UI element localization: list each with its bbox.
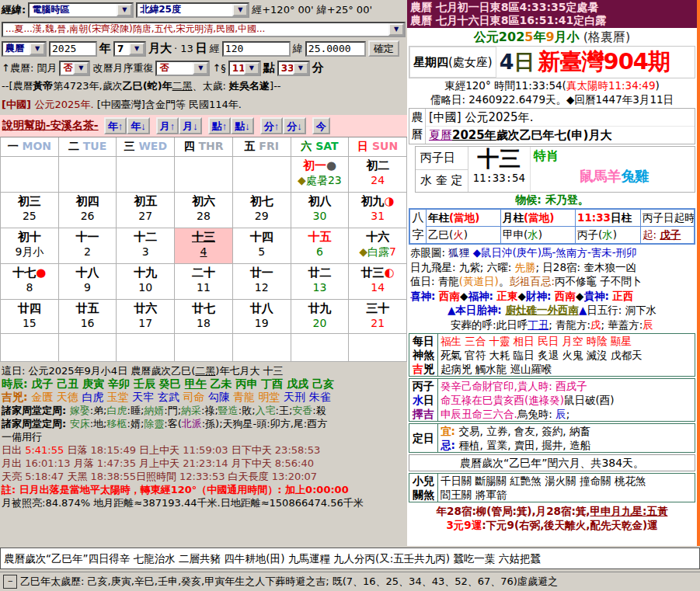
timezone-select[interactable]: 電腦時區 ▼: [28, 2, 134, 18]
chevron-down-icon[interactable]: ▼: [388, 23, 404, 36]
taishen-line: ▲本日胎神: 廚灶碓一外西南▲日五行: 洞下水: [407, 303, 697, 318]
calendar-cell[interactable]: [1, 333, 59, 361]
toolbar-button-4[interactable]: 點↑: [208, 117, 232, 134]
lunar-day-big: 十三: [477, 147, 521, 172]
longitude-label: 經: [210, 42, 220, 56]
zeji-box: 丙子水日擇吉 癸辛己命財官印,貴人時: 酉戌子命互祿在巳貴亥酉(進祿癸)鼠日破(…: [409, 378, 695, 422]
wuhou-line: 物候: 禾乃登。: [407, 193, 697, 207]
chevron-down-icon[interactable]: ▼: [232, 4, 248, 16]
calendar-cell[interactable]: [1, 156, 59, 192]
calendar-cell[interactable]: 十九10: [117, 263, 175, 299]
chevron-down-icon[interactable]: ▼: [129, 43, 145, 55]
gods-direction-line: 喜神: 西南◆福神: 正東◆財神: 西南◆貴神: 正西: [407, 289, 697, 304]
calendar-cell[interactable]: 十七●8: [1, 263, 59, 299]
chevron-down-icon[interactable]: ▼: [73, 62, 89, 75]
calendar-cell[interactable]: [291, 333, 350, 361]
toolbar-button-3[interactable]: 月↓: [179, 117, 202, 134]
calendar-cell[interactable]: 十六◆白露7: [349, 228, 407, 263]
leap-month-select[interactable]: 否 ▼: [59, 61, 90, 76]
calendar-cell[interactable]: 初三25: [1, 192, 59, 228]
calendar-cell[interactable]: [349, 333, 407, 361]
dingri-box: 定日 宜: 交易, 立券, 會友, 簽約, 納畜忌: 種植, 置業, 賣田, 掘…: [409, 423, 695, 453]
toolbar-button-2[interactable]: 月↑: [156, 117, 179, 134]
calendar-type-select[interactable]: 農曆 ▼: [2, 41, 47, 57]
longitude-input[interactable]: [222, 41, 291, 57]
date-row: 農曆 ▼ 年 7 ▼ 月大 · 13 日 經 緯 確定: [0, 39, 407, 58]
moon-distance-line: 月被照亮:84.874% 地月距離≈387193.44千米.日地距離≈15086…: [0, 496, 407, 509]
calendar-cell[interactable]: 初九◑31: [349, 192, 407, 228]
toolbar-button-7[interactable]: 分↓: [283, 117, 306, 134]
bazi-table: 八 字 年柱(當地) 月柱(當地) 11:33日柱 丙子日起時 乙巳(火) 甲申…: [409, 208, 695, 245]
month-select[interactable]: 7 ▼: [113, 41, 146, 57]
calendar-cell[interactable]: 十五6: [291, 228, 350, 263]
calendar-cell[interactable]: 十三4: [175, 228, 233, 263]
calendar-cell[interactable]: [175, 156, 233, 192]
minute-label: 分: [312, 61, 324, 75]
calendar-cell[interactable]: 廿二13: [291, 263, 350, 299]
calendar-cell[interactable]: 廿三◐14: [349, 263, 407, 299]
calendar-cell[interactable]: [59, 156, 117, 192]
weekday-tue: 二 TUE: [59, 137, 117, 156]
calendar-cell[interactable]: 三十21: [349, 299, 407, 333]
calendar-cell[interactable]: 廿七18: [175, 299, 233, 333]
calendar-cell[interactable]: 廿一12: [233, 263, 291, 299]
hour-select[interactable]: 11 ▼: [228, 61, 261, 76]
calendar-cell[interactable]: 初七29: [233, 192, 291, 228]
calendar-cell[interactable]: 初一●◆處暑23: [291, 156, 350, 192]
day-detail-box: 丙子日 水 奎 定 十三 11:33:54 特肖 鼠馬羊兔雞: [415, 146, 695, 193]
toolbar-button-8[interactable]: 今: [312, 117, 330, 134]
chevron-down-icon[interactable]: ▼: [117, 4, 132, 16]
calendar-cell[interactable]: 二十11: [175, 263, 233, 299]
confirm-button[interactable]: 確定: [368, 40, 399, 57]
calendar-cell[interactable]: 十八9: [59, 263, 117, 299]
julian-day-line: 儒略日: 2460922.6479天。◆回曆1447年3月11日: [407, 92, 697, 106]
calendar-cell[interactable]: [175, 333, 233, 361]
calendar-cell[interactable]: 十四5: [233, 228, 291, 263]
toolbar-button-6[interactable]: 分↑: [260, 117, 284, 134]
almanac-app: 經緯: 電腦時區 ▼ 北緯25度 ▼ 經+120° 00' 緯+25° 00' …: [0, 0, 700, 591]
calendar-cell[interactable]: 廿九20: [291, 299, 350, 333]
calendar-cell[interactable]: 廿六17: [117, 299, 175, 333]
bazi-month-pillar: 甲申(水): [501, 227, 576, 243]
calendar-cell[interactable]: [117, 156, 175, 192]
calendar-cell[interactable]: [233, 333, 291, 361]
chevron-down-icon[interactable]: ▼: [193, 62, 208, 75]
chevron-down-icon[interactable]: ▼: [30, 43, 45, 55]
toolbar-button-0[interactable]: 年↑: [104, 117, 127, 134]
calendar-cell[interactable]: 初二24: [349, 156, 407, 192]
bazi-year-pillar: 乙巳(火): [427, 227, 501, 243]
chiyan-line: 赤眼圖: 狐狸 ◆鼠日沖(庚午)馬-煞南方-害未-刑卯: [407, 245, 697, 260]
calendar-cell[interactable]: 廿八19: [233, 299, 291, 333]
calendar-cell[interactable]: [59, 333, 117, 361]
calendar-cell[interactable]: 廿五16: [59, 299, 117, 333]
collapse-marker[interactable]: －: [3, 575, 17, 589]
chevron-down-icon[interactable]: ▼: [293, 62, 308, 75]
year-input[interactable]: [49, 41, 97, 57]
bazi-year-pillar-head: 年柱(當地): [427, 210, 501, 227]
calendar-cell[interactable]: 初十9月小: [1, 228, 59, 263]
hour-label: 點: [263, 61, 275, 75]
latitude-preset-select[interactable]: 北緯25度 ▼: [136, 2, 249, 18]
calendar-cell[interactable]: 初八30: [291, 192, 350, 228]
toolbar-button-1[interactable]: 年↓: [127, 117, 150, 134]
toolbar-button-5[interactable]: 點↓: [231, 117, 254, 134]
chevron-down-icon[interactable]: ▼: [244, 62, 259, 75]
minute-select[interactable]: 33 ▼: [277, 61, 310, 76]
texiao-zodiacs: 鼠馬羊兔雞: [534, 165, 695, 187]
calendar-cell[interactable]: 十二3: [117, 228, 175, 263]
constellation-line: 年28宿:柳(管局:箕),月28宿:箕,甲申月九星:五黃: [407, 504, 697, 518]
calendar-cell[interactable]: [233, 156, 291, 192]
calendar-cell[interactable]: 廿四15: [1, 299, 59, 333]
calendar-cell[interactable]: 十一2: [59, 228, 117, 263]
era-select[interactable]: ...夏...漢,魏,晉,南朝(宋齊梁陳)隋唐,五代,宋元明清,民國,中國...…: [2, 22, 406, 37]
shensha-label: 每日神煞吉兇: [409, 334, 438, 376]
huangdi-year-line: --[農曆黃帝第4723年,歲次乙巳(蛇)年二黑、太歲: 姓吳名遂]--: [0, 78, 407, 96]
repeat-select[interactable]: 否 ▼: [155, 61, 210, 76]
calendar-cell[interactable]: 初五27: [117, 192, 175, 228]
left-panel: 經緯: 電腦時區 ▼ 北緯25度 ▼ 經+120° 00' 緯+25° 00' …: [0, 0, 407, 546]
help-link[interactable]: 說明幫助-安溪名茶-: [2, 119, 99, 133]
latitude-input[interactable]: [305, 41, 366, 57]
calendar-cell[interactable]: [117, 333, 175, 361]
calendar-cell[interactable]: 初四26: [59, 192, 117, 228]
calendar-cell[interactable]: 初六28: [175, 192, 233, 228]
